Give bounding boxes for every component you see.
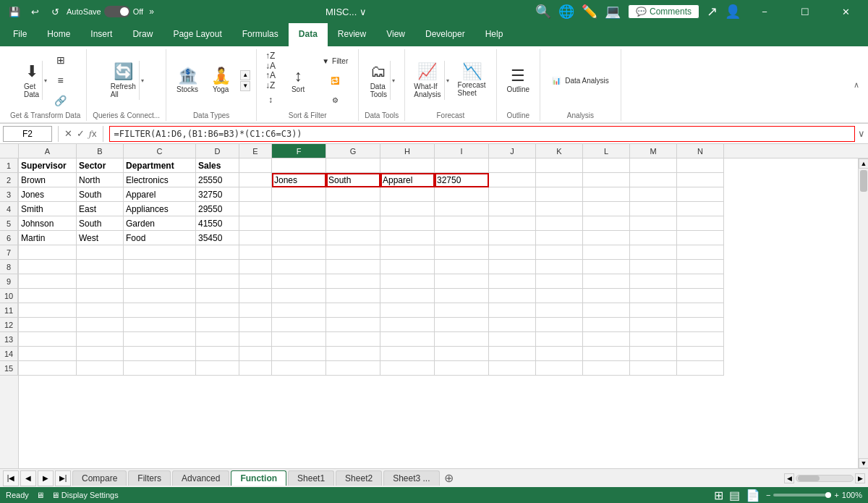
cell-b5[interactable]: South [77,216,124,231]
cell-j6[interactable] [489,231,536,245]
tab-review[interactable]: Review [328,23,376,46]
cell-e8[interactable] [239,260,272,274]
vertical-scrollbar[interactable]: ▲ ▼ [858,158,868,468]
cell-k4[interactable] [536,202,583,216]
minimize-button[interactable]: − [748,0,781,23]
status-icon[interactable]: 🖥 [36,491,44,499]
cell-e4[interactable] [239,202,272,216]
row-header-6[interactable]: 6 [0,231,18,245]
cell-l1[interactable] [583,158,630,173]
tab-developer[interactable]: Developer [415,23,475,46]
refresh-all-button[interactable]: 🔄 RefreshAll ▾ [108,61,145,100]
cell-j8[interactable] [489,260,536,274]
tab-nav-last[interactable]: ▶| [55,470,71,486]
cell-g5[interactable] [326,216,380,231]
cell-l3[interactable] [583,187,630,202]
data-analysis-button[interactable]: 📊 Data Analysis [546,74,615,88]
tab-nav-next[interactable]: ▶ [38,470,54,486]
cell-i3[interactable] [435,187,489,202]
zoom-slider[interactable] [773,494,831,496]
scroll-up-button[interactable]: ▲ [859,158,868,169]
scroll-down-button[interactable]: ▼ [240,81,250,91]
cell-a4[interactable]: Smith [19,202,77,216]
cell-i8[interactable] [435,260,489,274]
tab-nav-prev[interactable]: ◀ [20,470,36,486]
row-header-8[interactable]: 8 [0,260,18,274]
cell-j5[interactable] [489,216,536,231]
cell-l4[interactable] [583,202,630,216]
what-if-analysis-button[interactable]: 📈 What-IfAnalysis ▾ [411,61,450,100]
cell-d4[interactable]: 29550 [196,202,239,216]
cell-i7[interactable] [435,245,489,260]
cell-l8[interactable] [583,260,630,274]
row-header-14[interactable]: 14 [0,347,18,361]
cell-j2[interactable] [489,173,536,187]
cell-c4[interactable]: Appliances [124,202,196,216]
cell-reference-box[interactable]: F2 [3,126,52,142]
confirm-formula-icon[interactable]: ✓ [77,128,85,140]
cell-h3[interactable] [380,187,435,202]
hscroll-right[interactable]: ▶ [855,473,865,483]
hscroll-track[interactable] [796,475,854,482]
cell-c3[interactable]: Apparel [124,187,196,202]
tablet-icon[interactable]: 💻 [605,4,621,20]
cell-d7[interactable] [196,245,239,260]
cell-e7[interactable] [239,245,272,260]
data-tools-button[interactable]: 🗂 DataTools ▾ [367,61,396,100]
col-header-n[interactable]: N [677,144,724,158]
cell-i1[interactable] [435,158,489,173]
zoom-in-icon[interactable]: + [834,491,838,499]
sheet-tab-filters[interactable]: Filters [128,470,171,486]
collapse-ribbon-button[interactable]: ∧ [849,49,864,121]
cell-d8[interactable] [196,260,239,274]
tab-draw[interactable]: Draw [122,23,163,46]
cell-h2[interactable]: Apparel [380,173,435,187]
cell-f1[interactable] [272,158,326,173]
row-header-3[interactable]: 3 [0,187,18,202]
cell-a1[interactable]: Supervisor [19,158,77,173]
cell-k5[interactable] [536,216,583,231]
row-header-5[interactable]: 5 [0,216,18,231]
cell-g2[interactable]: South [326,173,380,187]
properties-button[interactable]: ≡ [51,71,69,90]
cell-c8[interactable] [124,260,196,274]
pen-icon[interactable]: ✏️ [582,4,597,20]
cell-d6[interactable]: 35450 [196,231,239,245]
cell-e2[interactable] [239,173,272,187]
row-header-4[interactable]: 4 [0,202,18,216]
cell-e1[interactable] [239,158,272,173]
row-header-10[interactable]: 10 [0,289,18,303]
cell-j1[interactable] [489,158,536,173]
cell-h8[interactable] [380,260,435,274]
sheet-tab-sheet2[interactable]: Sheet2 [336,470,382,486]
get-data-button[interactable]: ⬇ GetData ▾ [21,61,48,100]
cell-j7[interactable] [489,245,536,260]
tab-insert[interactable]: Insert [80,23,122,46]
row-header-15[interactable]: 15 [0,361,18,376]
col-header-c[interactable]: C [124,144,196,158]
outline-button[interactable]: ☰ Outline [503,62,535,99]
maximize-button[interactable]: ☐ [788,0,822,23]
cell-g4[interactable] [326,202,380,216]
comments-button[interactable]: 💬 Comments [628,4,699,19]
col-header-d[interactable]: D [196,144,239,158]
cell-l2[interactable] [583,173,630,187]
cell-k6[interactable] [536,231,583,245]
advanced-button[interactable]: ⚙ [329,90,341,109]
cell-n4[interactable] [677,202,724,216]
cell-n1[interactable] [677,158,724,173]
cell-h5[interactable] [380,216,435,231]
cell-a8[interactable] [19,260,77,274]
cell-c7[interactable] [124,245,196,260]
cell-d5[interactable]: 41550 [196,216,239,231]
horizontal-scrollbar[interactable]: ◀ ▶ [784,473,865,483]
view-normal-icon[interactable]: ⊞ [714,489,723,502]
cell-k7[interactable] [536,245,583,260]
cell-b1[interactable]: Sector [77,158,124,173]
sort-za-button[interactable]: ↑A↓Z [263,71,278,90]
cell-f8[interactable] [272,260,326,274]
cell-f7[interactable] [272,245,326,260]
cancel-formula-icon[interactable]: ✕ [64,128,72,140]
cell-l6[interactable] [583,231,630,245]
cell-b4[interactable]: East [77,202,124,216]
